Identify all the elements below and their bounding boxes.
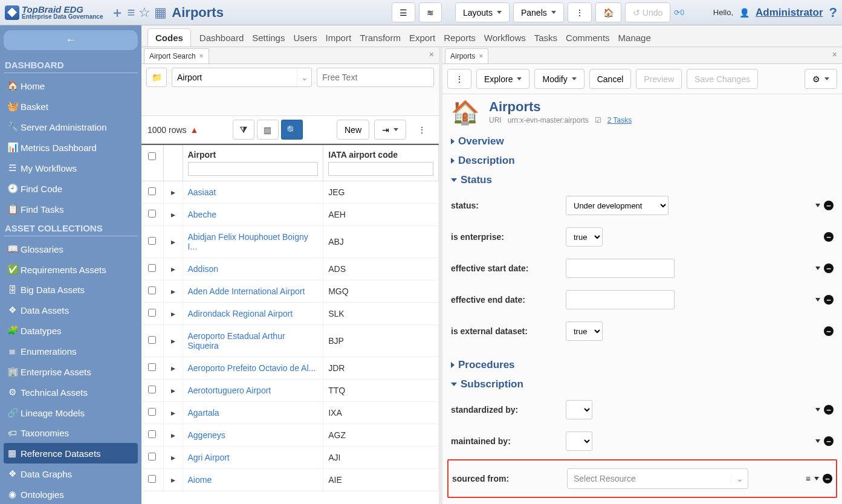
chevron-down-icon[interactable] (814, 477, 819, 480)
undo-button[interactable]: ↺Undo (625, 2, 670, 22)
freetext-combo[interactable] (317, 68, 434, 87)
panel-close-icon[interactable]: × (424, 47, 439, 63)
remove-icon[interactable]: − (824, 436, 834, 446)
section-status[interactable]: Status (451, 170, 834, 190)
is-enterprise-select[interactable]: true (566, 227, 603, 247)
tab-workflows[interactable]: Workflows (484, 33, 526, 47)
layouts-button[interactable]: Layouts (455, 2, 510, 22)
type-combo[interactable]: ⌄ (172, 68, 312, 87)
expand-icon[interactable] (171, 430, 175, 440)
sidebar-item[interactable]: 🗄Big Data Assets (4, 280, 138, 300)
sidebar-item[interactable]: ▦Reference Datasets (4, 443, 138, 464)
tab-codes[interactable]: Codes (147, 28, 191, 47)
tab-users[interactable]: Users (293, 33, 317, 47)
detail-kebab-button[interactable]: ⋮ (447, 69, 471, 89)
grid-icon[interactable]: ▦ (154, 5, 167, 21)
remove-icon[interactable]: − (823, 474, 832, 483)
filter-icon[interactable]: ⧩ (233, 120, 254, 140)
logo[interactable]: TopBraid EDG Enterprise Data Governance (5, 5, 103, 20)
expand-icon[interactable] (171, 309, 175, 318)
row-checkbox[interactable] (148, 408, 156, 416)
sidebar-item[interactable]: 🧺Basket (4, 96, 138, 117)
sidebar-item[interactable]: 🧩Datatypes (4, 320, 138, 341)
sidebar-item[interactable]: ◉Ontologies (4, 484, 138, 504)
expand-icon[interactable] (171, 286, 175, 296)
new-button[interactable]: New (337, 120, 369, 140)
row-checkbox[interactable] (148, 453, 156, 460)
filter-airport-input[interactable] (188, 162, 319, 176)
more-icon[interactable]: ⋮ (411, 120, 433, 140)
sidebar-item[interactable]: 🏷Taxonomies (4, 423, 138, 443)
row-checkbox[interactable] (148, 336, 156, 344)
explore-button[interactable]: Explore (476, 69, 529, 89)
columns-icon[interactable]: ▥ (257, 120, 279, 140)
close-icon[interactable]: × (199, 52, 204, 60)
expand-icon[interactable] (171, 363, 175, 373)
search-icon[interactable]: 🔍 (281, 120, 303, 140)
type-input[interactable] (172, 73, 297, 82)
filter-iata-input[interactable] (328, 162, 433, 176)
sidebar-item[interactable]: ❖Data Graphs (4, 464, 138, 484)
tab-manage[interactable]: Manage (618, 33, 651, 47)
panels-button[interactable]: Panels (513, 2, 564, 22)
airport-link[interactable]: Agri Airport (188, 453, 230, 462)
airport-search-tab[interactable]: Airport Search × (144, 48, 209, 63)
remove-icon[interactable]: − (824, 326, 834, 336)
chevron-down-icon[interactable] (815, 267, 820, 270)
export-button[interactable]: ⇥ (374, 120, 406, 140)
tab-transform[interactable]: Transform (360, 33, 401, 47)
chevron-down-icon[interactable] (815, 408, 820, 412)
sidebar-item[interactable]: ☲My Workflows (4, 158, 138, 178)
row-checkbox[interactable] (148, 264, 156, 272)
remove-icon[interactable]: − (824, 232, 834, 242)
row-checkbox[interactable] (148, 363, 156, 371)
airport-link[interactable]: Aasiaat (188, 187, 216, 197)
tab-export[interactable]: Export (409, 33, 435, 47)
expand-icon[interactable] (171, 210, 175, 219)
airport-link[interactable]: Aden Adde International Airport (188, 286, 305, 296)
tab-comments[interactable]: Comments (566, 33, 610, 47)
airport-link[interactable]: Abeche (188, 210, 216, 219)
airport-link[interactable]: Aeroporto Prefeito Octavio de Al... (188, 363, 316, 373)
close-icon[interactable]: × (479, 52, 483, 60)
sidebar-item[interactable]: 📋Find Tasks (4, 199, 138, 219)
expand-icon[interactable] (171, 237, 175, 247)
tab-import[interactable]: Import (326, 33, 352, 47)
section-subscription[interactable]: Subscription (451, 375, 834, 394)
expand-icon[interactable] (171, 475, 175, 485)
outline-button[interactable]: ☰ (392, 2, 415, 22)
row-checkbox[interactable] (148, 286, 156, 294)
row-checkbox[interactable] (148, 237, 156, 245)
sidebar-item[interactable]: 🔧Server Administration (4, 117, 138, 137)
help-icon[interactable]: ? (829, 5, 837, 21)
airport-link[interactable]: Aiome (188, 475, 212, 485)
remove-icon[interactable]: − (824, 201, 834, 210)
sidebar-item[interactable]: ≣Enumerations (4, 341, 138, 361)
star-icon[interactable]: ☆ (138, 5, 151, 21)
sidebar-item[interactable]: ❖Data Assets (4, 300, 138, 320)
chevron-down-icon[interactable] (815, 204, 820, 207)
layers-button[interactable]: ≋ (419, 2, 442, 22)
folder-icon[interactable]: 📁 (146, 68, 167, 87)
eff-start-input[interactable] (566, 259, 675, 278)
airport-link[interactable]: Aggeneys (188, 430, 225, 440)
sourced-from-combo[interactable]: Select Resource ⌄ (567, 468, 748, 489)
chevron-down-icon[interactable] (815, 439, 820, 443)
tab-tasks[interactable]: Tasks (534, 33, 557, 47)
airport-link[interactable]: Addison (188, 264, 219, 274)
cancel-button[interactable]: Cancel (589, 69, 632, 89)
status-select[interactable]: Under development (566, 196, 669, 215)
expand-icon[interactable] (171, 453, 175, 462)
chevron-down-icon[interactable] (815, 298, 820, 302)
list-icon[interactable]: ≡ (806, 474, 811, 483)
sidebar-item[interactable]: 🕘Find Code (4, 178, 138, 199)
row-checkbox[interactable] (148, 187, 156, 195)
sidebar-item[interactable]: 📖Glossaries (4, 239, 138, 259)
expand-icon[interactable] (171, 264, 175, 274)
maintained-select[interactable] (566, 431, 592, 451)
expand-icon[interactable] (171, 336, 175, 346)
sidebar-item[interactable]: ✅Requirements Assets (4, 259, 138, 280)
eff-end-input[interactable] (566, 290, 675, 309)
sidebar-item[interactable]: 📊Metrics Dashboard (4, 137, 138, 158)
row-checkbox[interactable] (148, 210, 156, 218)
